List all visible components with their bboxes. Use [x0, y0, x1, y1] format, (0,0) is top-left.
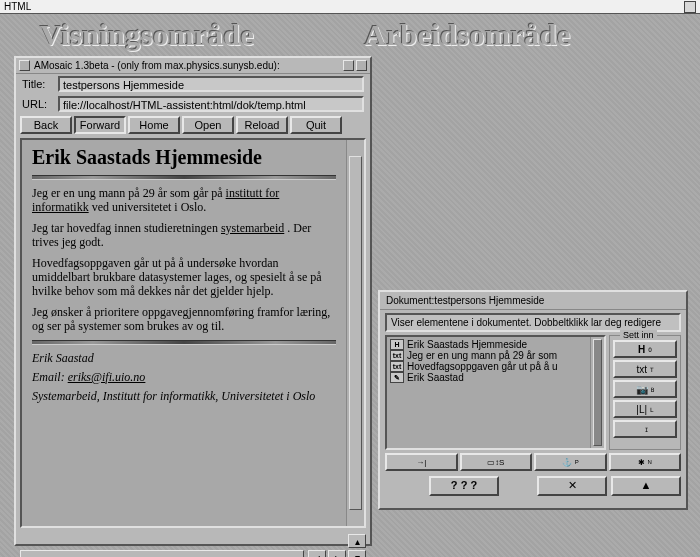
signature-icon: ✎ — [390, 372, 404, 383]
tool-indent-button[interactable]: →| — [385, 453, 458, 471]
reload-button[interactable]: Reload — [236, 116, 288, 134]
app-title: HTML — [4, 1, 31, 12]
tree-item-label: Erik Saastads Hjemmeside — [407, 339, 527, 350]
window-control[interactable] — [684, 1, 696, 13]
section-viewing: Visningsområde — [40, 18, 254, 52]
tree-scrollbar[interactable] — [590, 337, 604, 448]
insert-other-button[interactable]: I — [613, 420, 677, 438]
insert-image-button[interactable]: 📷B — [613, 380, 677, 398]
signature-name: Erik Saastad — [32, 351, 336, 366]
tree-item-label: Hovedfagsoppgaven går ut på å u — [407, 361, 558, 372]
signature-affil: Systemarbeid, Institutt for informatikk,… — [32, 389, 336, 404]
tree-item[interactable]: H Erik Saastads Hjemmeside — [389, 339, 588, 350]
url-label: URL: — [22, 98, 52, 110]
divider — [32, 175, 336, 180]
browser-window: AMosaic 1.3beta - (only from max.physics… — [14, 56, 372, 546]
apply-button[interactable]: ▲ — [611, 476, 681, 496]
window-zoom-icon[interactable] — [356, 60, 367, 71]
nav-up-icon[interactable]: ▴ — [348, 534, 366, 548]
tool-anchor-button[interactable]: ⚓ P — [534, 453, 607, 471]
tree-item-label: Jeg er en ung mann på 29 år som — [407, 350, 557, 361]
nav-left-icon[interactable]: ◂ — [308, 550, 326, 557]
back-button[interactable]: Back — [20, 116, 72, 134]
divider — [32, 340, 336, 345]
title-field[interactable]: testpersons Hjemmeside — [58, 76, 364, 92]
insert-heading-button[interactable]: HO — [613, 340, 677, 358]
title-label: Title: — [22, 78, 52, 90]
insert-toolbox: Sett inn HO txtT 📷B |L|L I — [609, 335, 681, 450]
nav-down-icon[interactable]: ▾ — [348, 550, 366, 557]
page-heading: Erik Saastads Hjemmeside — [32, 146, 336, 169]
paragraph-3: Hovedfagsoppgaven går ut på å undersøke … — [32, 256, 336, 299]
section-working: Arbeidsområde — [364, 18, 570, 52]
tool-expand-button[interactable]: ▭↕S — [460, 453, 533, 471]
email-link[interactable]: eriks@ifi.uio.no — [68, 370, 146, 384]
scrollbar-horizontal[interactable] — [20, 550, 304, 557]
tree-item[interactable]: txt Jeg er en ung mann på 29 år som — [389, 350, 588, 361]
window-minimize-icon[interactable] — [343, 60, 354, 71]
page-content: Erik Saastads Hjemmeside Jeg er en ung m… — [22, 140, 346, 526]
cancel-button[interactable]: ✕ — [537, 476, 607, 496]
browser-title: AMosaic 1.3beta - (only from max.physics… — [34, 60, 280, 71]
help-button[interactable]: ? ? ? — [429, 476, 499, 496]
camera-icon: 📷 — [636, 384, 648, 395]
window-menu-icon[interactable] — [19, 60, 30, 71]
text-icon: txt — [390, 361, 404, 372]
tool-new-button[interactable]: ✱ N — [609, 453, 682, 471]
tree-item-label: Erik Saastad — [407, 372, 464, 383]
text-icon: txt — [390, 350, 404, 361]
close-icon: ✕ — [568, 479, 577, 491]
insert-link-button[interactable]: |L|L — [613, 400, 677, 418]
insert-legend: Sett inn — [620, 330, 657, 340]
insert-text-button[interactable]: txtT — [613, 360, 677, 378]
doc-name: testpersons Hjemmeside — [434, 295, 544, 306]
paragraph-4: Jeg ønsker å prioritere oppgavegjennomfø… — [32, 305, 336, 334]
paragraph-2: Jeg tar hovedfag innen studieretningen s… — [32, 221, 336, 250]
url-field[interactable]: file://localhost/HTML-assistent:html/dok… — [58, 96, 364, 112]
quit-button[interactable]: Quit — [290, 116, 342, 134]
open-button[interactable]: Open — [182, 116, 234, 134]
scrollbar-vertical[interactable] — [346, 140, 364, 526]
link-systemarbeid[interactable]: systemarbeid — [221, 221, 284, 235]
tree-item[interactable]: txt Hovedfagsoppgaven går ut på å u — [389, 361, 588, 372]
tree-item[interactable]: ✎ Erik Saastad — [389, 372, 588, 383]
work-panel: Dokument:testpersons Hjemmeside Viser el… — [378, 290, 688, 510]
element-tree[interactable]: H Erik Saastads Hjemmeside txt Jeg er en… — [387, 337, 590, 448]
forward-button[interactable]: Forward — [74, 116, 126, 134]
signature-email: Email: eriks@ifi.uio.no — [32, 370, 336, 385]
heading-icon: H — [390, 339, 404, 350]
nav-right-icon[interactable]: ▸ — [328, 550, 346, 557]
triangle-up-icon: ▲ — [641, 479, 652, 491]
home-button[interactable]: Home — [128, 116, 180, 134]
doc-label: Dokument: — [386, 295, 434, 306]
paragraph-1: Jeg er en ung mann på 29 år som går på i… — [32, 186, 336, 215]
